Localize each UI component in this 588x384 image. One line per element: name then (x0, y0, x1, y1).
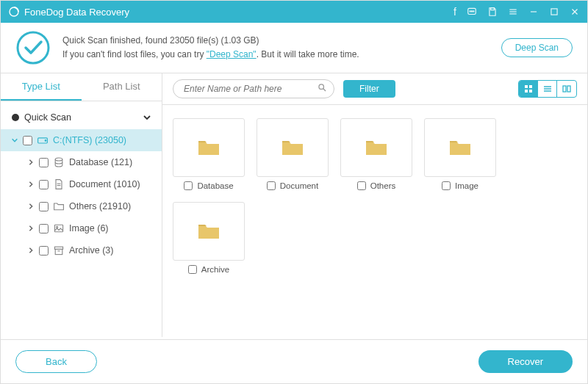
footer: Back Recover (1, 339, 587, 383)
tree-item-archive[interactable]: Archive (3) (1, 239, 162, 261)
folder-checkbox[interactable] (184, 181, 193, 190)
titlebar: FoneDog Data Recovery f (1, 1, 587, 23)
app-logo-icon (8, 6, 20, 18)
chevron-down-icon (143, 113, 151, 122)
tree-item-image[interactable]: Image (6) (1, 217, 162, 239)
tab-path-list[interactable]: Path List (82, 73, 162, 101)
folder-icon (365, 139, 387, 156)
tree-label: Document (1010) (69, 179, 140, 189)
svg-rect-29 (525, 90, 528, 93)
filter-button[interactable]: Filter (343, 80, 395, 98)
app-logo: FoneDog Data Recovery (8, 6, 129, 18)
tree-label: Database (121) (69, 157, 132, 167)
chevron-right-icon (27, 247, 35, 254)
tree-checkbox[interactable] (39, 158, 49, 167)
folder-icon (198, 222, 220, 240)
folder-checkbox[interactable] (188, 265, 197, 274)
view-toggle (518, 80, 577, 98)
menu-icon[interactable] (508, 7, 518, 17)
folder-item-image[interactable]: Image (424, 118, 496, 190)
folder-icon (282, 139, 304, 156)
folder-thumbnail (257, 118, 329, 177)
tree-item-document[interactable]: Document (1010) (1, 173, 162, 195)
deep-scan-link[interactable]: "Deep Scan" (207, 49, 257, 59)
search-input[interactable] (173, 79, 334, 98)
tree-label: C:(NTFS) (23050) (53, 135, 126, 145)
folder-icon (198, 139, 220, 156)
folder-item-database[interactable]: Database (173, 118, 245, 190)
main-area: Type List Path List Quick Scan C:(NTFS) … (1, 73, 587, 337)
tree-label: Image (6) (69, 223, 109, 233)
status-text: Quick Scan finished, found 23050 file(s)… (62, 34, 501, 62)
svg-rect-30 (529, 90, 532, 93)
facebook-icon[interactable]: f (453, 6, 456, 18)
status-bar: Quick Scan finished, found 23050 file(s)… (1, 23, 587, 73)
back-button[interactable]: Back (15, 350, 97, 373)
search-icon[interactable] (318, 82, 327, 95)
folder-name: Others (370, 181, 396, 190)
sidebar-tabs: Type List Path List (1, 73, 162, 101)
svg-point-13 (18, 32, 49, 63)
tree-label: Others (21910) (69, 201, 131, 211)
svg-rect-34 (563, 86, 566, 92)
database-icon (53, 156, 65, 168)
feedback-icon[interactable] (467, 7, 477, 17)
folder-icon (53, 200, 65, 212)
svg-rect-5 (491, 8, 495, 10)
folder-checkbox[interactable] (267, 181, 276, 190)
folder-checkbox[interactable] (442, 181, 451, 190)
document-icon (53, 178, 65, 190)
view-list-button[interactable] (538, 81, 557, 97)
minimize-icon[interactable] (528, 7, 539, 17)
folder-thumbnail (424, 118, 496, 177)
folder-thumbnail (173, 202, 245, 261)
svg-rect-23 (55, 249, 62, 254)
tree-checkbox[interactable] (39, 246, 49, 256)
tree-item-others[interactable]: Others (21910) (1, 195, 162, 217)
tab-type-list[interactable]: Type List (1, 73, 82, 101)
maximize-icon[interactable] (549, 7, 559, 17)
folder-item-others[interactable]: Others (340, 118, 412, 190)
chevron-right-icon (27, 203, 35, 210)
folder-thumbnail (173, 118, 245, 177)
view-detail-button[interactable] (557, 81, 576, 97)
svg-rect-10 (551, 9, 557, 15)
folder-item-archive[interactable]: Archive (173, 202, 245, 274)
tree-checkbox[interactable] (39, 202, 49, 211)
folder-checkbox[interactable] (357, 181, 366, 190)
tree-quick-scan[interactable]: Quick Scan (1, 106, 162, 129)
drive-icon (37, 134, 49, 146)
folder-name: Database (197, 181, 233, 190)
svg-point-17 (55, 158, 62, 161)
folder-grid: Database Document Others Image (162, 105, 587, 337)
bullet-icon (11, 113, 20, 122)
close-icon[interactable] (570, 7, 580, 17)
tree-drive[interactable]: C:(NTFS) (23050) (1, 129, 162, 151)
recover-button[interactable]: Recover (478, 350, 573, 373)
tree-checkbox[interactable] (39, 224, 49, 233)
content: Filter Database Document (162, 73, 587, 337)
total-size: 1.03 GB (223, 35, 256, 46)
tree: Quick Scan C:(NTFS) (23050) Database (12… (1, 101, 162, 266)
save-icon[interactable] (487, 7, 498, 17)
folder-item-document[interactable]: Document (257, 118, 329, 190)
deep-scan-button[interactable]: Deep Scan (501, 38, 573, 57)
folder-thumbnail (340, 118, 412, 177)
tree-item-database[interactable]: Database (121) (1, 151, 162, 173)
svg-rect-27 (525, 85, 528, 88)
search-wrap (173, 79, 334, 98)
chevron-right-icon (27, 159, 35, 166)
svg-point-14 (12, 114, 19, 121)
svg-rect-28 (529, 85, 532, 88)
image-icon (53, 222, 65, 234)
tree-label: Quick Scan (24, 112, 71, 123)
svg-rect-20 (54, 225, 62, 232)
tree-label: Archive (3) (69, 245, 113, 256)
tree-checkbox[interactable] (23, 136, 32, 145)
view-grid-button[interactable] (519, 81, 538, 97)
titlebar-actions: f (453, 6, 580, 18)
folder-name: Document (280, 181, 318, 190)
tree-checkbox[interactable] (39, 180, 49, 189)
svg-rect-35 (567, 86, 570, 92)
folder-name: Archive (201, 265, 229, 274)
